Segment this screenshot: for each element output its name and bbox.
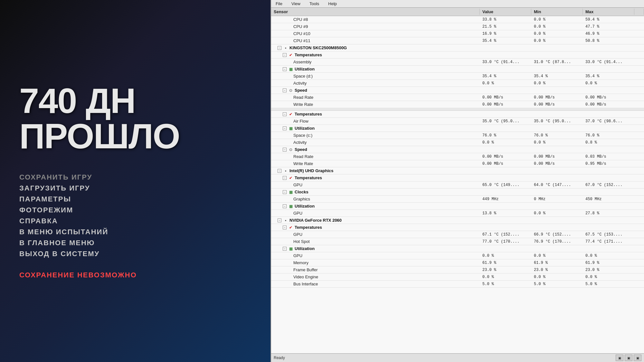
table-row[interactable]: −✔Temperatures [271,224,644,231]
menu-help[interactable]: СПРАВКА [19,217,251,225]
sensor-list[interactable]: CPU #833.8 %0.0 %59.4 %CPU #921.5 %0.0 %… [271,16,644,353]
sensor-min: 0.0 % [531,210,583,216]
expand-icon[interactable]: − [283,176,287,180]
table-row[interactable]: CPU #921.5 %0.0 %47.7 % [271,23,644,30]
game-menu: СОХРАНИТЬ ИГРУ ЗАГРУЗИТЬ ИГРУ ПАРАМЕТРЫ … [19,173,251,258]
sensor-value: 449 MHz [480,196,531,202]
sensor-label: Speed [295,147,307,152]
statusbar: Ready ▣ ▣ ▣ [271,353,644,362]
table-row[interactable]: GPU0.0 %0.0 %0.0 % [271,252,644,259]
sb-btn-1[interactable]: ▣ [616,355,623,361]
table-row[interactable]: Video Engine0.0 %0.0 %0.0 % [271,274,644,281]
expand-icon[interactable]: − [278,46,281,50]
table-row[interactable]: Read Rate0.00 MB/s0.00 MB/s0.00 MB/s [271,94,644,101]
table-row[interactable]: −✔Temperatures [271,174,644,181]
table-row[interactable]: −▪KINGSTON SKC2500M8500G [271,44,644,51]
table-row[interactable]: Activity0.0 %0.0 %0.0 % [271,80,644,87]
sensor-max: 0.03 MB/s [583,154,634,160]
table-row[interactable]: −▦Utilization [271,203,644,210]
table-row[interactable]: Read Rate0.00 MB/s0.00 MB/s0.03 MB/s [271,153,644,160]
sensor-value: 0.0 % [480,253,531,259]
menu-view[interactable]: View [289,1,302,7]
sensor-value [480,69,531,70]
expand-icon[interactable]: − [283,126,287,130]
table-row[interactable]: Write Rate0.00 MB/s0.00 MB/s0.95 MB/s [271,160,644,167]
table-row[interactable]: −▪NVIDIA GeForce RTX 2060 [271,217,644,224]
device-icon: ▪ [283,45,288,51]
expand-icon[interactable]: − [278,169,281,173]
sensor-min [531,114,583,115]
sensor-value: 65.0 °C (149.... [480,182,531,188]
menu-save[interactable]: СОХРАНИТЬ ИГРУ [19,173,251,181]
table-row[interactable]: −▦Utilization [271,245,644,252]
sensor-label: Bus Interface [293,282,318,286]
expand-icon[interactable]: − [283,67,287,71]
sensor-max: 59.4 % [583,17,634,23]
expand-icon[interactable]: − [278,218,281,222]
expand-icon[interactable]: − [283,112,287,116]
sensor-label: Temperatures [295,52,322,57]
sb-btn-3[interactable]: ▣ [634,355,641,361]
menu-file[interactable]: File [274,1,284,7]
sensor-name-cell: CPU #8 [271,16,480,23]
expand-icon[interactable]: − [283,148,287,152]
sensor-value: 77.0 °C (170.... [480,239,531,245]
table-row[interactable]: Assembly33.0 °C (91.4...31.0 °C (87.8...… [271,59,644,66]
expand-icon[interactable]: − [283,204,287,208]
sensor-name-cell: Activity [271,80,480,86]
table-row[interactable]: Activity0.0 %0.0 %0.8 % [271,139,644,146]
table-row[interactable]: −✔Temperatures [271,111,644,118]
table-row[interactable]: GPU67.1 °C (152....66.9 °C (152....67.5 … [271,231,644,238]
table-row[interactable]: −▦Utilization [271,66,644,73]
sensor-max [583,149,634,150]
sensor-max: 0.00 MB/s [583,102,634,107]
sensor-name-cell: −✔Temperatures [271,52,480,58]
menu-trials[interactable]: В МЕНЮ ИСПЫТАНИЙ [19,228,251,236]
sensor-max [583,227,634,228]
table-row[interactable]: Write Rate0.00 MB/s0.00 MB/s0.00 MB/s [271,101,644,108]
sensor-label: Temperatures [295,175,322,180]
sensor-name-cell: CPU #10 [271,31,480,37]
menu-help[interactable]: Help [326,1,339,7]
expand-icon[interactable]: − [283,53,287,57]
table-row[interactable]: Memory61.9 %61.9 %61.9 % [271,259,644,266]
table-row[interactable]: −▪Intel(R) UHD Graphics [271,167,644,174]
table-row[interactable]: Hot Spot77.0 °C (170....76.9 °C (170....… [271,238,644,245]
table-row[interactable]: Graphics449 MHz0 MHz450 MHz [271,196,644,203]
table-row[interactable]: −⊙Speed [271,87,644,94]
expand-icon[interactable]: − [283,88,287,92]
menu-load[interactable]: ЗАГРУЗИТЬ ИГРУ [19,184,251,192]
sensor-value: 21.5 % [480,24,531,30]
sensor-label: Hot Spot [293,239,310,244]
expand-icon[interactable]: − [283,226,287,229]
sensor-max: 67.0 °C (152.... [583,182,634,188]
sensor-label: Write Rate [293,161,313,166]
sensor-label: GPU [293,182,302,187]
temperature-icon: ✔ [288,52,293,58]
menu-params[interactable]: ПАРАМЕТРЫ [19,195,251,203]
table-row[interactable]: Space (c:)76.0 %76.0 %76.0 % [271,132,644,139]
table-row[interactable]: −⊙Speed [271,146,644,153]
device-icon: ▪ [283,168,288,173]
menu-exit[interactable]: ВЫХОД В СИСТЕМУ [19,250,251,258]
table-row[interactable]: GPU65.0 °C (149....64.0 °C (147....67.0 … [271,181,644,189]
sensor-value [480,128,531,129]
table-row[interactable]: Air Flow35.0 °C (95.0...35.0 °C (95.0...… [271,118,644,125]
expand-icon[interactable]: − [283,247,287,251]
table-row[interactable]: CPU #1016.9 %0.0 %46.9 % [271,30,644,37]
sb-btn-2[interactable]: ▣ [625,355,632,361]
table-row[interactable]: Space (d:)35.4 %35.4 %35.4 % [271,73,644,80]
table-row[interactable]: Bus Interface5.0 %5.0 %5.0 % [271,281,644,288]
table-row[interactable]: CPU #1135.4 %0.0 %50.8 % [271,37,644,44]
table-row[interactable]: GPU13.8 %0.0 %27.8 % [271,210,644,217]
table-row[interactable]: Frame Buffer23.0 %23.0 %23.0 % [271,266,644,274]
table-row[interactable]: CPU #833.8 %0.0 %59.4 % [271,16,644,23]
expand-icon[interactable]: − [283,190,287,194]
table-row[interactable]: −▦Utilization [271,125,644,132]
table-row[interactable]: −✔Temperatures [271,51,644,59]
menu-photo[interactable]: ФОТОРЕЖИМ [19,206,251,214]
menu-tools[interactable]: Tools [308,1,321,7]
menu-main[interactable]: В ГЛАВНОЕ МЕНЮ [19,239,251,247]
table-row[interactable]: −▦Clocks [271,189,644,196]
sensor-name-cell: −▦Utilization [271,66,480,72]
